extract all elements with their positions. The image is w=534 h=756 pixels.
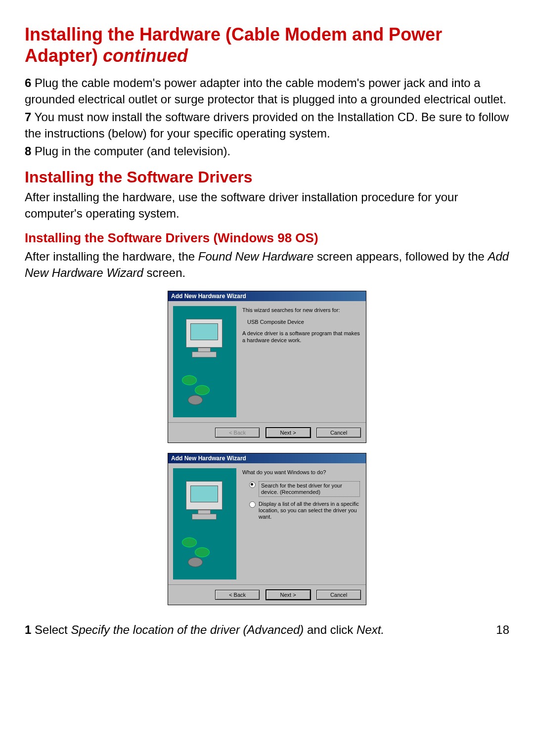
- radio-option-search[interactable]: Search for the best driver for your devi…: [249, 481, 360, 497]
- wizard-2-buttons: < Back Next > Cancel: [168, 584, 366, 605]
- wizard-1-line1: This wizard searches for new drivers for…: [242, 307, 360, 314]
- step-8-number: 8: [25, 144, 31, 158]
- wizard-1-desc: A device driver is a software program th…: [242, 330, 360, 344]
- radio-icon: [249, 482, 256, 488]
- page-number: 18: [496, 623, 509, 637]
- wizard-2-question: What do you want Windows to do?: [242, 469, 360, 476]
- radio-option-search-label: Search for the best driver for your devi…: [259, 481, 360, 497]
- step-1-c: and click: [304, 623, 356, 636]
- step-1-number: 1: [25, 623, 31, 636]
- wizard-1-buttons: < Back Next > Cancel: [168, 422, 366, 443]
- wizard-illustration: [173, 468, 236, 579]
- step-1: 1 Select Specify the location of the dri…: [25, 623, 384, 637]
- back-button[interactable]: < Back: [215, 590, 260, 600]
- subsection-heading-win98: Installing the Software Drivers (Windows…: [25, 230, 509, 246]
- win98-intro-e: screen.: [147, 266, 186, 279]
- section-heading-drivers: Installing the Software Drivers: [25, 168, 509, 186]
- win98-intro: After installing the hardware, the Found…: [25, 249, 509, 281]
- radio-option-list[interactable]: Display a list of all the drivers in a s…: [249, 501, 360, 521]
- step-1-b: Specify the location of the driver (Adva…: [71, 623, 304, 636]
- step-6: 6 Plug the cable modem's power adapter i…: [25, 75, 509, 107]
- heading-text: Installing the Hardware (Cable Modem and…: [25, 24, 442, 66]
- radio-option-list-label: Display a list of all the drivers in a s…: [259, 501, 360, 521]
- drivers-intro: After installing the hardware, use the s…: [25, 189, 509, 222]
- wizard-1-device: USB Composite Device: [242, 319, 360, 326]
- step-7-number: 7: [25, 110, 31, 124]
- wizard-2-titlebar: Add New Hardware Wizard: [168, 453, 366, 463]
- win98-intro-c: screen appears, followed by the: [313, 250, 488, 263]
- heading-continued: continued: [103, 45, 188, 66]
- wizard-illustration: [173, 306, 236, 417]
- next-button[interactable]: Next >: [266, 590, 311, 600]
- step-6-number: 6: [25, 76, 31, 89]
- cancel-button[interactable]: Cancel: [316, 590, 361, 600]
- step-7-text: You must now install the software driver…: [25, 110, 509, 139]
- win98-intro-a: After installing the hardware, the: [25, 250, 198, 263]
- step-8-text: Plug in the computer (and television).: [31, 144, 230, 158]
- wizard-dialog-1: Add New Hardware Wizard This wizard sear…: [168, 291, 366, 443]
- wizard-1-titlebar: Add New Hardware Wizard: [168, 291, 366, 301]
- next-button[interactable]: Next >: [266, 428, 311, 438]
- step-7: 7 You must now install the software driv…: [25, 109, 509, 141]
- win98-intro-b: Found New Hardware: [198, 250, 313, 263]
- step-8: 8 Plug in the computer (and television).: [25, 143, 509, 159]
- radio-icon: [249, 501, 256, 508]
- wizard-dialog-2: Add New Hardware Wizard What do you want…: [168, 453, 366, 605]
- step-1-a: Select: [31, 623, 71, 636]
- cancel-button[interactable]: Cancel: [316, 428, 361, 438]
- step-1-d: Next.: [356, 623, 384, 636]
- back-button: < Back: [215, 428, 260, 438]
- page-heading: Installing the Hardware (Cable Modem and…: [25, 24, 509, 66]
- step-6-text: Plug the cable modem's power adapter int…: [25, 76, 506, 105]
